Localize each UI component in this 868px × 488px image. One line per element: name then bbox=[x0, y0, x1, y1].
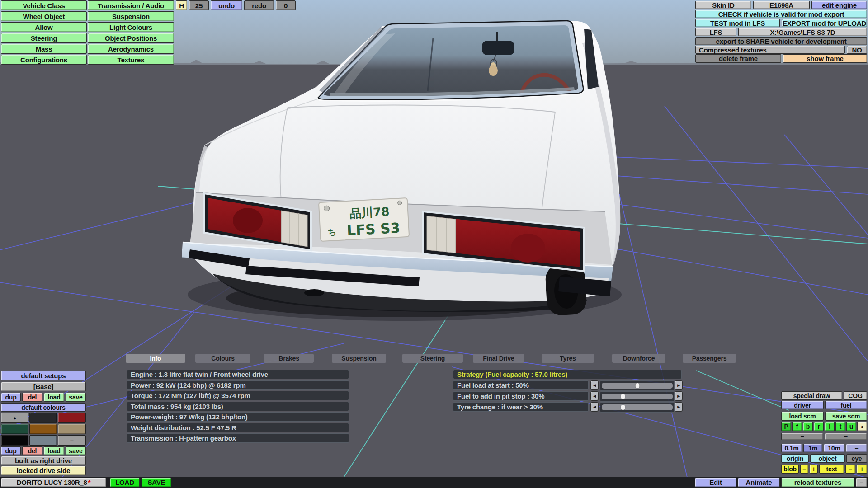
menu-configurations[interactable]: Configurations bbox=[1, 55, 87, 65]
flag-l-toggle[interactable]: l bbox=[825, 422, 835, 431]
tab-passengers[interactable]: Passengers bbox=[683, 354, 736, 363]
save-scm-button[interactable]: save scm bbox=[825, 412, 867, 421]
setup-dup-button[interactable]: dup bbox=[1, 393, 21, 402]
save-vehicle-button[interactable]: SAVE bbox=[142, 478, 171, 487]
colour-swatch-7[interactable] bbox=[1, 435, 28, 446]
colour-swatch-1[interactable]: ● bbox=[1, 413, 28, 423]
menu-textures[interactable]: Textures bbox=[88, 55, 174, 65]
default-setups-button[interactable]: default setups bbox=[1, 371, 86, 380]
colour-del-button[interactable]: del bbox=[22, 446, 42, 455]
export-upload-button[interactable]: EXPORT mod for UPLOAD bbox=[782, 19, 867, 27]
setup-load-button[interactable]: load bbox=[44, 393, 64, 402]
tab-final-drive[interactable]: Final Drive bbox=[473, 354, 524, 363]
reload-textures-minus-button[interactable]: – bbox=[856, 478, 867, 487]
tyre-change-increase-button[interactable]: ► bbox=[675, 402, 683, 412]
colour-dup-button[interactable]: dup bbox=[1, 446, 21, 455]
fuel-load-slider-thumb[interactable] bbox=[635, 383, 639, 388]
setup-del-button[interactable]: del bbox=[22, 393, 42, 402]
driver-toggle[interactable]: driver bbox=[781, 401, 824, 409]
tab-tyres[interactable]: Tyres bbox=[542, 354, 594, 363]
delete-frame-button[interactable]: delete frame bbox=[695, 54, 781, 63]
compressed-textures-toggle[interactable]: NO bbox=[847, 46, 867, 54]
flag-u-toggle[interactable]: u bbox=[846, 422, 856, 431]
text-minus-button[interactable]: – bbox=[845, 465, 855, 474]
redo-button[interactable]: redo bbox=[244, 0, 274, 10]
menu-allow[interactable]: Allow bbox=[1, 22, 87, 32]
tyre-change-decrease-button[interactable]: ◄ bbox=[590, 402, 599, 412]
colour-swatch-9[interactable]: – bbox=[58, 435, 86, 446]
dash-button-right[interactable]: – bbox=[825, 433, 867, 440]
menu-transmission-audio[interactable]: Transmission / Audio bbox=[88, 0, 174, 10]
menu-aerodynamics[interactable]: Aerodynamics bbox=[88, 44, 174, 54]
text-plus-button[interactable]: + bbox=[857, 465, 867, 474]
menu-object-positions[interactable]: Object Positions bbox=[88, 33, 174, 43]
test-mod-button[interactable]: TEST mod in LFS bbox=[695, 19, 780, 27]
tab-info[interactable]: Info bbox=[126, 354, 185, 363]
tab-colours[interactable]: Colours bbox=[195, 354, 250, 363]
undo-button[interactable]: undo bbox=[211, 0, 242, 10]
flag-P-toggle[interactable]: P bbox=[781, 422, 791, 431]
animate-mode-button[interactable]: Animate bbox=[738, 478, 780, 487]
tab-suspension[interactable]: Suspension bbox=[332, 354, 386, 363]
colour-load-button[interactable]: load bbox=[44, 446, 64, 455]
blob-minus-button[interactable]: – bbox=[800, 465, 808, 474]
blob-plus-button[interactable]: + bbox=[810, 465, 818, 474]
check-valid-button[interactable]: CHECK if vehicle is valid for mod export bbox=[695, 10, 867, 18]
lfs-button[interactable]: LFS bbox=[695, 28, 736, 36]
scale-dash-button[interactable]: – bbox=[846, 444, 867, 452]
tab-downforce[interactable]: Downforce bbox=[612, 354, 665, 363]
scale-1m-button[interactable]: 1m bbox=[803, 444, 822, 452]
flag-r-toggle[interactable]: r bbox=[814, 422, 824, 431]
pit-fuel-increase-button[interactable]: ► bbox=[675, 391, 683, 401]
tyre-change-slider-thumb[interactable] bbox=[621, 405, 625, 410]
pit-fuel-decrease-button[interactable]: ◄ bbox=[590, 391, 599, 401]
fuel-load-decrease-button[interactable]: ◄ bbox=[590, 380, 599, 390]
eye-button[interactable]: eye bbox=[846, 454, 867, 463]
load-scm-button[interactable]: load scm bbox=[781, 412, 824, 421]
object-button[interactable]: object bbox=[810, 454, 845, 463]
tab-steering[interactable]: Steering bbox=[402, 354, 463, 363]
blob-button[interactable]: blob bbox=[781, 465, 799, 474]
colour-swatch-4[interactable] bbox=[1, 424, 28, 434]
menu-mass[interactable]: Mass bbox=[1, 44, 87, 54]
text-button[interactable]: text bbox=[819, 465, 844, 474]
menu-steering[interactable]: Steering bbox=[1, 33, 87, 43]
special-draw-button[interactable]: special draw bbox=[781, 391, 842, 400]
pit-fuel-slider[interactable] bbox=[600, 391, 675, 402]
lfs-path[interactable]: X:\Games\LFS S3 7D bbox=[738, 28, 867, 36]
flag-dot-toggle[interactable]: ● bbox=[857, 422, 867, 431]
colour-swatch-8[interactable] bbox=[29, 435, 57, 446]
fuel-load-increase-button[interactable]: ► bbox=[675, 380, 683, 390]
vehicle-name-field[interactable]: DORITO LUCY 130R_8* bbox=[1, 478, 106, 487]
edit-engine-button[interactable]: edit engine bbox=[811, 1, 867, 9]
show-frame-button[interactable]: show frame bbox=[783, 54, 867, 63]
scale-0-1m-button[interactable]: 0.1m bbox=[781, 444, 802, 452]
colour-swatch-2[interactable] bbox=[29, 413, 57, 423]
tyre-change-slider[interactable] bbox=[600, 402, 675, 413]
locked-drive-side[interactable]: locked drive side bbox=[1, 466, 86, 475]
reload-textures-button[interactable]: reload textures bbox=[781, 478, 854, 487]
flag-t-toggle[interactable]: t bbox=[835, 422, 845, 431]
colour-swatch-6[interactable] bbox=[58, 424, 86, 434]
pit-fuel-slider-thumb[interactable] bbox=[621, 394, 625, 399]
colour-save-button[interactable]: save bbox=[66, 446, 86, 455]
flag-b-toggle[interactable]: b bbox=[803, 422, 813, 431]
menu-suspension[interactable]: Suspension bbox=[88, 11, 174, 21]
fuel-toggle[interactable]: fuel bbox=[825, 401, 867, 409]
colour-swatch-5[interactable] bbox=[29, 424, 57, 434]
fuel-load-slider[interactable] bbox=[600, 380, 675, 391]
export-share-button[interactable]: export to SHARE vehicle for development bbox=[695, 37, 867, 45]
setup-current[interactable]: [Base] bbox=[1, 382, 86, 391]
load-vehicle-button[interactable]: LOAD bbox=[110, 478, 140, 487]
menu-wheel-object[interactable]: Wheel Object bbox=[1, 11, 87, 21]
menu-vehicle-class[interactable]: Vehicle Class bbox=[1, 0, 87, 10]
cog-button[interactable]: COG bbox=[844, 391, 867, 400]
tab-brakes[interactable]: Brakes bbox=[264, 354, 314, 363]
scale-10m-button[interactable]: 10m bbox=[824, 444, 844, 452]
dash-button-left[interactable]: – bbox=[781, 433, 823, 440]
colour-swatch-3[interactable] bbox=[58, 413, 86, 423]
flag-f-toggle[interactable]: f bbox=[792, 422, 802, 431]
setup-save-button[interactable]: save bbox=[66, 393, 86, 402]
edit-mode-button[interactable]: Edit bbox=[695, 478, 736, 487]
default-colours-button[interactable]: default colours bbox=[1, 403, 86, 412]
